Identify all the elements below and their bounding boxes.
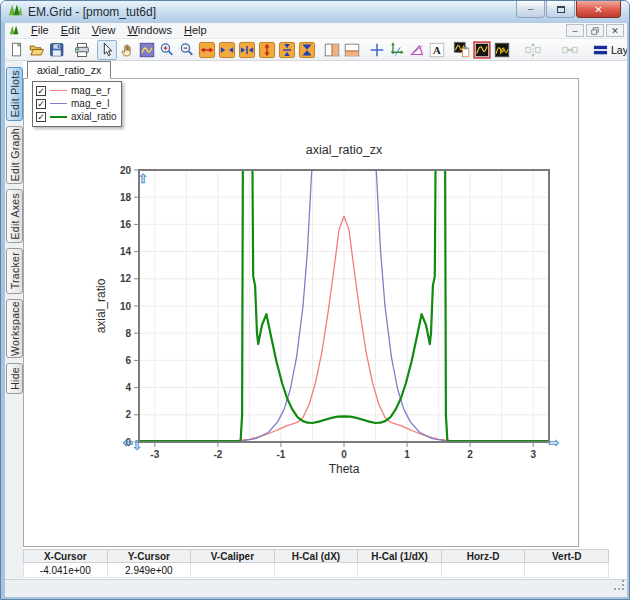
horizontal-spacing-icon xyxy=(561,41,579,59)
cursor-value-5 xyxy=(441,563,525,578)
y-tick-label: 2 xyxy=(125,409,131,420)
menu-file[interactable]: File xyxy=(25,23,55,38)
side-tab-workspace[interactable]: Workspace xyxy=(6,299,23,358)
shrink-horizontal-button[interactable] xyxy=(217,40,237,60)
y-tick-label: 4 xyxy=(125,382,131,393)
add-cursor-button[interactable] xyxy=(367,40,387,60)
minimize-button[interactable]: – xyxy=(516,1,545,18)
mdi-close-button[interactable]: ✕ xyxy=(606,24,624,37)
new-document-icon xyxy=(8,41,26,59)
side-tab-edit-axes[interactable]: Edit Axes xyxy=(6,189,23,243)
menu-help[interactable]: Help xyxy=(178,23,213,38)
legend-item-mag_e_l: ✓mag_e_l xyxy=(36,97,117,110)
minimize-icon: – xyxy=(528,4,533,14)
close-button[interactable]: ✕ xyxy=(576,1,621,18)
pan-down-arrow[interactable]: ⇩ xyxy=(132,438,143,453)
graph-dark-icon xyxy=(473,41,491,59)
maximize-button[interactable] xyxy=(546,1,575,18)
title-bar: EM.Grid - [pmom_tut6d] – ✕ xyxy=(1,1,629,23)
layout-icon xyxy=(593,44,608,56)
legend-label: mag_e_l xyxy=(71,98,109,109)
close-icon: ✕ xyxy=(594,4,602,15)
maximize-icon xyxy=(557,6,565,13)
split-horizontal-button[interactable] xyxy=(342,40,362,60)
mdi-restore-button[interactable] xyxy=(586,24,604,37)
copy-graph-button[interactable] xyxy=(452,40,472,60)
side-tab-edit-plots[interactable]: Edit Plots xyxy=(6,67,23,121)
zoom-window-icon xyxy=(138,41,156,59)
zoom-in-button[interactable] xyxy=(157,40,177,60)
side-tab-edit-graph[interactable]: Edit Graph xyxy=(6,126,23,184)
mdi-close-icon: ✕ xyxy=(611,26,619,36)
menu-windows[interactable]: Windows xyxy=(121,23,178,38)
expand-horizontal-button[interactable] xyxy=(197,40,217,60)
y-axis-label: axial_ratio xyxy=(94,278,108,333)
window-title: EM.Grid - [pmom_tut6d] xyxy=(28,5,156,19)
chart: -3-2-1012302468101214161820axial_ratio_z… xyxy=(24,79,580,547)
zoom-out-button[interactable] xyxy=(177,40,197,60)
app-window: EM.Grid - [pmom_tut6d] – ✕ FileEditViewW… xyxy=(0,0,630,600)
legend-checkbox[interactable]: ✓ xyxy=(36,99,46,109)
pan-up-arrow[interactable]: ⇧ xyxy=(138,171,149,186)
center-vertical-button[interactable] xyxy=(297,40,317,60)
layout-label: Layout xyxy=(611,44,627,56)
print-button[interactable] xyxy=(72,40,92,60)
layout-button[interactable]: Layout xyxy=(593,44,627,56)
text-button[interactable]: A xyxy=(427,40,447,60)
menu-edit[interactable]: Edit xyxy=(55,23,86,38)
horizontal-spacing-button[interactable] xyxy=(554,40,586,60)
split-vertical-button[interactable] xyxy=(322,40,342,60)
zoom-window-button[interactable] xyxy=(137,40,157,60)
hand-icon xyxy=(118,41,136,59)
legend-line-sample xyxy=(50,103,67,104)
side-tab-tracker[interactable]: Tracker xyxy=(6,248,23,294)
open-button[interactable] xyxy=(27,40,47,60)
cursor-col-v-caliper: V-Caliper xyxy=(191,550,275,563)
cursor-col-h-cal-dx-: H-Cal (dX) xyxy=(274,550,358,563)
pan-button[interactable] xyxy=(117,40,137,60)
zoom-out-icon xyxy=(178,41,196,59)
shrink-vertical-icon xyxy=(278,41,296,59)
axes-button[interactable] xyxy=(387,40,407,60)
save-button[interactable] xyxy=(47,40,67,60)
pan-right-arrow[interactable]: ⇨ xyxy=(549,435,560,450)
side-tab-label: Edit Plots xyxy=(9,70,21,117)
angle-button[interactable] xyxy=(407,40,427,60)
tab-axial-ratio-zx[interactable]: axial_ratio_zx xyxy=(27,61,111,79)
graph-style-button[interactable] xyxy=(472,40,492,60)
svg-text:A: A xyxy=(433,43,441,55)
cursor-value-6 xyxy=(525,563,609,578)
side-tab-label: Edit Axes xyxy=(9,193,21,239)
select-button[interactable] xyxy=(97,40,117,60)
vertical-spacing-button[interactable] xyxy=(517,40,549,60)
x-tick-label: -3 xyxy=(150,449,159,460)
cursor-col-h-cal-1-dx-: H-Cal (1/dX) xyxy=(358,550,442,563)
center-horizontal-button[interactable] xyxy=(237,40,257,60)
y-tick-label: 20 xyxy=(120,165,132,176)
legend-checkbox[interactable]: ✓ xyxy=(36,86,46,96)
resize-grip[interactable] xyxy=(614,577,625,595)
new-document-button[interactable] xyxy=(7,40,27,60)
menu-view[interactable]: View xyxy=(86,23,122,38)
mdi-client-area: Edit PlotsEdit GraphEdit AxesTrackerWork… xyxy=(5,61,627,579)
y-tick-label: 10 xyxy=(120,301,132,312)
multi-graph-button[interactable] xyxy=(492,40,512,60)
expand-vertical-button[interactable] xyxy=(257,40,277,60)
copy-graph-icon xyxy=(453,41,471,59)
y-tick-label: 14 xyxy=(120,246,132,257)
shrink-horizontal-icon xyxy=(218,41,236,59)
mdi-minimize-icon: – xyxy=(572,26,577,36)
side-tab-hide[interactable]: Hide xyxy=(6,363,23,394)
menu-bar: FileEditViewWindowsHelp – ✕ xyxy=(5,23,627,39)
cursor-value-0: -4.041e+00 xyxy=(24,563,108,578)
vertical-spacing-icon xyxy=(524,41,542,59)
shrink-vertical-button[interactable] xyxy=(277,40,297,60)
split-horizontal-icon xyxy=(343,41,361,59)
plot-legend: ✓mag_e_r✓mag_e_l✓axial_ratio xyxy=(32,81,122,127)
mdi-minimize-button[interactable]: – xyxy=(566,24,584,37)
cursor-col-x-cursor: X-Cursor xyxy=(24,550,108,563)
side-tab-label: Edit Graph xyxy=(9,128,21,181)
x-tick-label: 1 xyxy=(404,449,410,460)
letter-a-icon: A xyxy=(428,41,446,59)
legend-checkbox[interactable]: ✓ xyxy=(36,112,46,122)
